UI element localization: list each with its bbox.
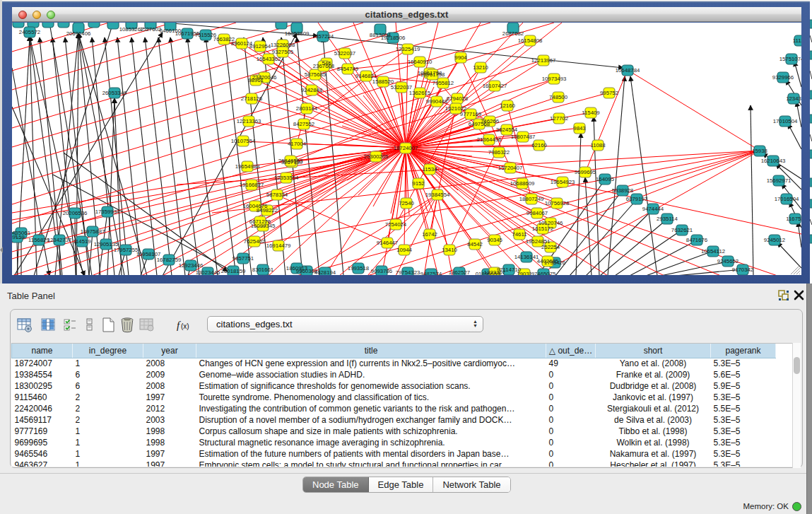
svg-text:9990448: 9990448 (426, 98, 447, 105)
svg-text:12923446: 12923446 (179, 262, 204, 269)
svg-text:79031: 79031 (517, 271, 532, 275)
svg-text:9327505: 9327505 (272, 49, 294, 55)
svg-text:13210: 13210 (473, 64, 488, 71)
svg-text:1156829: 1156829 (28, 237, 49, 243)
svg-text:1615172: 1615172 (532, 226, 553, 232)
svg-text:18807249: 18807249 (519, 196, 544, 202)
svg-text:9152: 9152 (412, 180, 424, 187)
svg-text:12213967: 12213967 (531, 57, 556, 64)
svg-text:10973493: 10973493 (542, 76, 567, 82)
svg-text:4628194: 4628194 (314, 269, 336, 275)
svg-text:19384554: 19384554 (425, 192, 450, 198)
svg-text:72540: 72540 (399, 200, 414, 206)
svg-text:7986322: 7986322 (488, 149, 510, 156)
svg-text:12160: 12160 (500, 103, 515, 109)
svg-text:8427552: 8427552 (293, 121, 314, 127)
svg-text:7357224: 7357224 (312, 33, 334, 40)
svg-text:17359934: 17359934 (95, 209, 120, 215)
svg-text:11088: 11088 (590, 142, 605, 148)
svg-text:9857751: 9857751 (233, 255, 254, 262)
svg-text:1223307: 1223307 (484, 269, 505, 275)
svg-text:5878334: 5878334 (266, 192, 288, 198)
svg-text:13023445: 13023445 (196, 269, 220, 275)
svg-text:435061: 435061 (12, 230, 30, 236)
svg-text:9170342: 9170342 (732, 267, 753, 273)
svg-text:9093786: 9093786 (371, 268, 392, 274)
svg-text:164095: 164095 (596, 176, 615, 182)
svg-text:1862527: 1862527 (449, 269, 470, 275)
svg-text:8454749: 8454749 (337, 66, 358, 72)
svg-text:995752: 995752 (600, 90, 618, 96)
svg-text:21364436: 21364436 (477, 136, 502, 143)
svg-text:15751074: 15751074 (779, 56, 801, 62)
svg-text:2803144: 2803144 (296, 105, 318, 112)
svg-text:114519: 114519 (73, 238, 90, 245)
svg-text:26053346: 26053346 (102, 90, 127, 96)
svg-text:4402685: 4402685 (537, 258, 559, 264)
svg-text:10654112: 10654112 (701, 248, 725, 255)
svg-text:417004: 417004 (288, 141, 307, 147)
svg-text:7254024: 7254024 (385, 221, 407, 228)
svg-text:9699695: 9699695 (575, 169, 596, 175)
svg-text:6671276: 6671276 (249, 218, 271, 225)
svg-text:9245012: 9245012 (764, 237, 785, 243)
svg-text:9904: 9904 (454, 54, 467, 61)
svg-text:2367608: 2367608 (313, 63, 334, 69)
svg-text:13226058: 13226058 (271, 42, 295, 48)
svg-text:9084067: 9084067 (526, 210, 548, 216)
svg-text:127702: 127702 (550, 115, 568, 122)
svg-text:17010504: 17010504 (773, 118, 798, 124)
svg-text:10807487: 10807487 (511, 134, 536, 140)
svg-text:97465075: 97465075 (531, 271, 556, 275)
svg-text:98961: 98961 (248, 77, 264, 83)
svg-text:115409: 115409 (582, 110, 599, 116)
svg-text:10688609: 10688609 (510, 180, 535, 187)
svg-text:252254: 252254 (541, 244, 560, 250)
svg-text:74611: 74611 (512, 231, 526, 238)
svg-text:16154808: 16154808 (518, 37, 543, 44)
svg-text:12353594: 12353594 (274, 175, 299, 181)
svg-text:10756928: 10756928 (545, 200, 570, 206)
svg-text:5938928: 5938928 (612, 187, 633, 194)
svg-text:8301661: 8301661 (252, 267, 273, 273)
svg-text:10107554: 10107554 (231, 138, 256, 144)
svg-text:7955812: 7955812 (433, 80, 454, 86)
svg-text:20691406: 20691406 (66, 30, 91, 37)
svg-text:10944: 10944 (396, 247, 412, 253)
svg-text:10975887: 10975887 (81, 228, 105, 235)
svg-text:1527602: 1527602 (140, 26, 161, 33)
svg-text:84542: 84542 (467, 241, 483, 247)
svg-text:12342737: 12342737 (47, 237, 72, 243)
svg-text:12325419: 12325419 (396, 46, 420, 52)
svg-text:9146447: 9146447 (377, 240, 398, 246)
svg-text:748500: 748500 (549, 94, 568, 100)
svg-text:2935114: 2935114 (657, 216, 678, 222)
svg-text:26846563: 26846563 (278, 158, 303, 164)
svg-text:17016504: 17016504 (775, 196, 799, 202)
svg-text:5875685: 5875685 (305, 71, 326, 78)
svg-text:6879197: 6879197 (626, 196, 647, 202)
svg-text:12213363: 12213363 (237, 118, 261, 124)
svg-text:12343: 12343 (786, 95, 801, 102)
svg-text:16742: 16742 (422, 231, 437, 238)
svg-text:19654983: 19654983 (235, 163, 260, 170)
svg-text:18724007: 18724007 (394, 145, 418, 151)
svg-text:26018159: 26018159 (221, 268, 246, 274)
svg-text:11123: 11123 (793, 37, 801, 44)
svg-text:14136141: 14136141 (514, 254, 539, 260)
svg-text:5322037: 5322037 (334, 50, 355, 57)
svg-text:8912954: 8912954 (249, 43, 271, 49)
svg-text:17957255: 17957255 (114, 247, 139, 253)
svg-text:10648784: 10648784 (616, 67, 640, 74)
svg-text:90345: 90345 (487, 237, 502, 243)
svg-text:20206536: 20206536 (63, 210, 88, 216)
svg-text:(x): (x) (181, 322, 189, 330)
svg-text:13410: 13410 (442, 247, 457, 253)
svg-text:2687682: 2687682 (502, 30, 524, 37)
svg-text:8498222: 8498222 (257, 207, 278, 214)
svg-text:9242848: 9242848 (301, 87, 322, 93)
svg-text:79754323: 79754323 (396, 269, 420, 275)
svg-text:25300205: 25300205 (364, 153, 389, 160)
svg-text:16782759: 16782759 (157, 257, 182, 263)
svg-text:11534: 11534 (422, 166, 437, 173)
